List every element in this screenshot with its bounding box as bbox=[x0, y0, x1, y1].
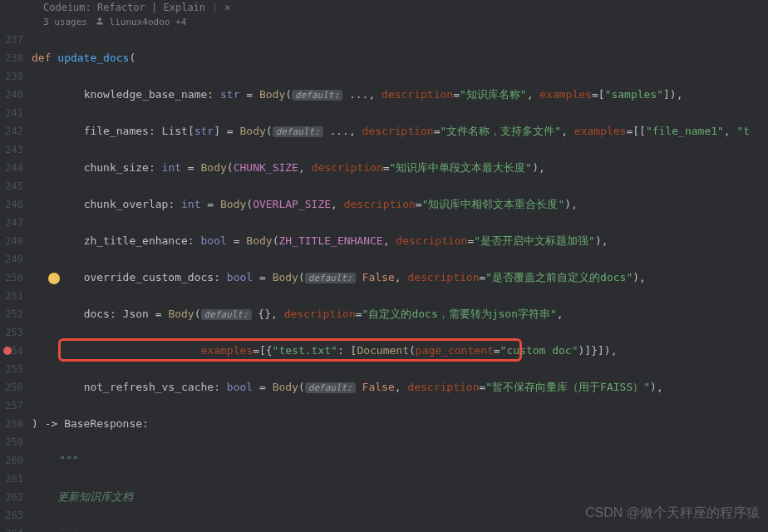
line-number: 238 bbox=[0, 49, 23, 67]
author-info[interactable]: liunux4odoo +4 bbox=[96, 17, 186, 27]
line-number: 263 bbox=[0, 506, 23, 525]
line-number: 242 bbox=[0, 122, 23, 140]
line-number: 244 bbox=[0, 159, 23, 177]
line-number: 246 bbox=[0, 195, 23, 214]
line-number: 248 bbox=[0, 232, 23, 250]
line-number: 245 bbox=[0, 177, 23, 195]
line-number: 255 bbox=[0, 360, 23, 378]
line-number: 258 bbox=[0, 415, 23, 433]
line-number: 251 bbox=[0, 287, 23, 305]
meta-bar: 3 usages liunux4odoo +4 bbox=[0, 15, 768, 31]
line-number: 239 bbox=[0, 67, 23, 86]
close-icon[interactable]: × bbox=[224, 2, 230, 13]
codeium-actions[interactable]: Codeium: Refactor | Explain bbox=[43, 2, 205, 13]
line-number: 260 bbox=[0, 451, 23, 470]
line-number: 253 bbox=[0, 323, 23, 342]
svg-point-0 bbox=[98, 17, 101, 21]
breakpoint-icon[interactable] bbox=[3, 347, 12, 355]
codeium-bar: Codeium: Refactor | Explain | × bbox=[0, 0, 768, 15]
line-number: 261 bbox=[0, 470, 23, 488]
person-icon bbox=[96, 17, 104, 25]
lightbulb-icon[interactable] bbox=[48, 273, 60, 284]
line-number: 257 bbox=[0, 397, 23, 415]
line-number: 252 bbox=[0, 305, 23, 323]
line-number: 243 bbox=[0, 140, 23, 159]
line-number: 241 bbox=[0, 104, 23, 122]
line-number: 256 bbox=[0, 378, 23, 397]
line-number: 237 bbox=[0, 31, 23, 49]
code-editor[interactable]: 2372382392402412422432442452462472482492… bbox=[0, 31, 768, 530]
line-number: 247 bbox=[0, 214, 23, 232]
code-area[interactable]: def update_docs( knowledge_base_name: st… bbox=[32, 31, 768, 530]
line-number: 264 bbox=[0, 525, 23, 532]
line-number: 240 bbox=[0, 86, 23, 104]
tab-separator: | bbox=[212, 2, 218, 13]
line-number: 259 bbox=[0, 433, 23, 451]
line-number: 250 bbox=[0, 268, 23, 287]
line-gutter: 2372382392402412422432442452462472482492… bbox=[0, 31, 32, 530]
line-number: 249 bbox=[0, 250, 23, 268]
usages-count[interactable]: 3 usages bbox=[43, 17, 87, 27]
line-number: 262 bbox=[0, 488, 23, 506]
